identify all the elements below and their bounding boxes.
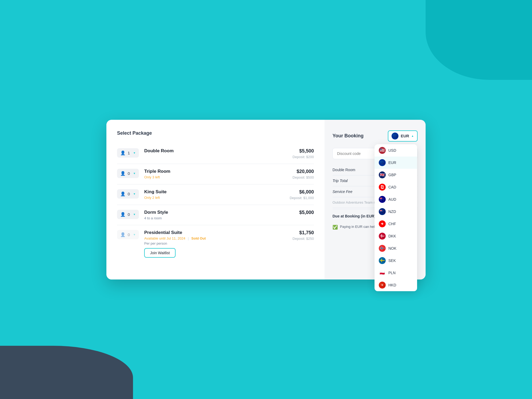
currency-option-usd[interactable]: 🇺🇸 USD <box>375 144 417 157</box>
qty-value-presidential-suite: 0 <box>128 232 130 237</box>
package-price-king-suite: $6,000 Deposit: $1,000 <box>282 189 314 200</box>
pkg-name-king-suite: King Suite <box>144 189 277 195</box>
flag-eur: 🇪🇺 <box>379 159 386 166</box>
package-price-presidential-suite: $1,750 Deposit: $250 <box>282 230 314 241</box>
currency-option-cad[interactable]: 🇨🇦 CAD <box>375 181 417 193</box>
pkg-name-double-room: Double Room <box>144 148 277 154</box>
currency-label-usd: USD <box>388 148 396 153</box>
price-main-triple-room: $20,000 <box>282 169 314 174</box>
package-info-double-room: Double Room <box>144 148 277 155</box>
currency-label-nzd: NZD <box>388 209 396 214</box>
qty-selector-presidential-suite: 👤 0 ▼ <box>117 230 139 239</box>
right-panel: Your Booking 🇪🇺 EUR ▲ 🇺🇸 USD 🇪🇺 EUR 🇬🇧 G… <box>325 120 426 279</box>
package-info-triple-room: Triple Room Only 3 left <box>144 169 277 179</box>
qty-arrow-triple-room: ▼ <box>133 172 136 175</box>
price-main-dorm-style: $5,000 <box>282 210 314 215</box>
package-row-dorm-style: 👤 0 ▼ Dorm Style 4 to a room $5,000 <box>117 205 314 225</box>
pkg-subtitle-presidential-suite: Available until Jul 11, 2024 | Sold Out <box>144 236 277 240</box>
currency-option-pln[interactable]: 🇵🇱 PLN <box>375 267 417 279</box>
flag-sek: 🇸🇪 <box>379 257 386 264</box>
booking-line-label-0: Double Room <box>332 168 355 172</box>
qty-value-double-room: 1 <box>128 151 130 155</box>
package-info-dorm-style: Dorm Style 4 to a room <box>144 210 277 220</box>
person-icon: 👤 <box>120 150 126 155</box>
qty-selector-triple-room[interactable]: 👤 0 ▼ <box>117 169 139 178</box>
currency-label-pln: PLN <box>388 271 396 275</box>
pkg-name-presidential-suite: Presidential Suite <box>144 230 277 235</box>
packages-container: 👤 1 ▼ Double Room $5,500 Deposit: $200 👤… <box>117 143 314 262</box>
flag-nzd: 🇳🇿 <box>379 208 386 215</box>
currency-label-eur: EUR <box>388 161 396 165</box>
currency-label-nok: NOK <box>388 246 396 250</box>
flag-dkk: 🇩🇰 <box>379 233 386 240</box>
currency-selector[interactable]: 🇪🇺 EUR ▲ 🇺🇸 USD 🇪🇺 EUR 🇬🇧 GBP 🇨🇦 CAD 🇦🇺 … <box>388 130 418 142</box>
due-label: Due at Booking (in EUR) <box>332 214 376 218</box>
booking-line-label-1: Trip Total <box>332 179 348 183</box>
currency-option-hkd[interactable]: 🇭🇰 HKD <box>375 279 417 291</box>
currency-label-aud: AUD <box>388 197 396 201</box>
person-icon: 👤 <box>120 191 126 196</box>
currency-label-cad: CAD <box>388 185 396 189</box>
flag-gbp: 🇬🇧 <box>379 171 386 178</box>
package-price-double-room: $5,500 Deposit: $200 <box>282 148 314 159</box>
price-deposit-presidential-suite: Deposit: $250 <box>282 237 314 241</box>
qty-selector-double-room[interactable]: 👤 1 ▼ <box>117 148 139 158</box>
check-icon: ✅ <box>332 225 338 230</box>
flag-nok: 🇳🇴 <box>379 245 386 252</box>
package-price-triple-room: $20,000 Deposit: $500 <box>282 169 314 179</box>
currency-dropdown-arrow: ▲ <box>411 134 414 137</box>
booking-line-label-2: Service Fee <box>332 190 352 194</box>
pkg-subtitle-king-suite: Only 2 left <box>144 196 277 200</box>
bg-decoration-top <box>426 0 532 80</box>
currency-label-dkk: DKK <box>388 234 396 238</box>
currency-option-sek[interactable]: 🇸🇪 SEK <box>375 254 417 267</box>
currency-option-nzd[interactable]: 🇳🇿 NZD <box>375 205 417 218</box>
package-row-king-suite: 👤 0 ▼ King Suite Only 2 left $6,000 Depo… <box>117 184 314 205</box>
flag-pln: 🇵🇱 <box>379 269 386 276</box>
booking-header: Your Booking 🇪🇺 EUR ▲ 🇺🇸 USD 🇪🇺 EUR 🇬🇧 G… <box>332 130 418 142</box>
currency-option-dkk[interactable]: 🇩🇰 DKK <box>375 230 417 242</box>
selected-currency-label: EUR <box>401 134 409 138</box>
price-main-presidential-suite: $1,750 <box>282 230 314 236</box>
pkg-name-dorm-style: Dorm Style <box>144 210 277 215</box>
left-panel: Select Package 👤 1 ▼ Double Room $5,500 … <box>106 120 325 279</box>
pkg-name-triple-room: Triple Room <box>144 169 277 174</box>
bg-decoration-bottom <box>0 346 133 399</box>
currency-dropdown: 🇺🇸 USD 🇪🇺 EUR 🇬🇧 GBP 🇨🇦 CAD 🇦🇺 AUD 🇳🇿 NZ… <box>375 144 417 291</box>
pkg-sub-note-presidential-suite: Per per person <box>144 241 277 245</box>
qty-value-triple-room: 0 <box>128 171 130 176</box>
qty-arrow-double-room: ▼ <box>133 151 136 154</box>
currency-option-chf[interactable]: 🇨🇭 CHF <box>375 218 417 230</box>
flag-cad: 🇨🇦 <box>379 184 386 191</box>
selected-currency-flag: 🇪🇺 <box>392 133 398 139</box>
qty-selector-king-suite[interactable]: 👤 0 ▼ <box>117 189 139 199</box>
price-deposit-double-room: Deposit: $200 <box>282 155 314 159</box>
pkg-subtitle-triple-room: Only 3 left <box>144 175 277 179</box>
package-row-double-room: 👤 1 ▼ Double Room $5,500 Deposit: $200 <box>117 143 314 164</box>
qty-arrow-dorm-style: ▼ <box>133 213 136 216</box>
flag-hkd: 🇭🇰 <box>379 282 386 289</box>
qty-arrow-king-suite: ▼ <box>133 192 136 195</box>
currency-label-gbp: GBP <box>388 173 396 177</box>
qty-arrow-presidential-suite: ▼ <box>133 233 136 236</box>
panel-title: Select Package <box>117 130 314 136</box>
qty-selector-dorm-style[interactable]: 👤 0 ▼ <box>117 210 139 219</box>
price-main-king-suite: $6,000 <box>282 189 314 195</box>
package-info-presidential-suite: Presidential Suite Available until Jul 1… <box>144 230 277 258</box>
person-icon: 👤 <box>120 212 126 217</box>
qty-value-king-suite: 0 <box>128 192 130 196</box>
modal-container: Select Package 👤 1 ▼ Double Room $5,500 … <box>106 120 426 279</box>
package-row-presidential-suite: 👤 0 ▼ Presidential Suite Available until… <box>117 225 314 262</box>
currency-option-aud[interactable]: 🇦🇺 AUD <box>375 193 417 205</box>
package-row-triple-room: 👤 0 ▼ Triple Room Only 3 left $20,000 De… <box>117 164 314 184</box>
currency-option-eur[interactable]: 🇪🇺 EUR <box>375 157 417 169</box>
person-icon: 👤 <box>120 232 126 237</box>
flag-chf: 🇨🇭 <box>379 220 386 227</box>
package-info-king-suite: King Suite Only 2 left <box>144 189 277 200</box>
sold-out-badge-presidential-suite: Sold Out <box>191 236 206 240</box>
currency-label-sek: SEK <box>388 258 396 263</box>
flag-aud: 🇦🇺 <box>379 196 386 203</box>
waitlist-btn-presidential-suite[interactable]: Join Waitlist <box>144 248 176 258</box>
currency-option-gbp[interactable]: 🇬🇧 GBP <box>375 169 417 181</box>
currency-option-nok[interactable]: 🇳🇴 NOK <box>375 242 417 254</box>
